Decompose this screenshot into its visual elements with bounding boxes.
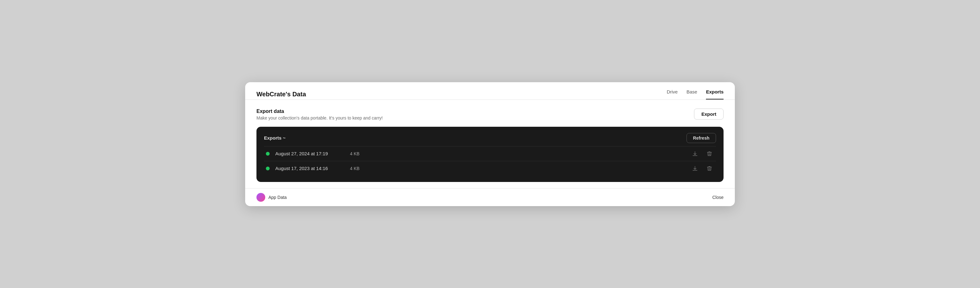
tab-base[interactable]: Base: [687, 89, 697, 99]
modal-title: WebCrate's Data: [256, 91, 306, 98]
footer: App Data Close: [245, 188, 735, 206]
download-button-1[interactable]: [690, 150, 700, 158]
export-row-1: August 27, 2024 at 17:19 4 KB: [264, 146, 716, 161]
export-date-2: August 17, 2023 at 14:16: [275, 165, 344, 171]
header: WebCrate's Data Drive Base Exports: [245, 82, 735, 100]
delete-button-1[interactable]: [705, 150, 714, 158]
export-date-1: August 27, 2024 at 17:19: [275, 151, 344, 156]
delete-button-2[interactable]: [705, 164, 714, 173]
export-size-1: 4 KB: [350, 151, 366, 156]
export-row-2: August 17, 2023 at 14:16 4 KB: [264, 161, 716, 176]
tab-bar: Drive Base Exports: [667, 89, 724, 99]
download-button-2[interactable]: [690, 164, 700, 173]
export-actions-1: [690, 150, 714, 158]
tab-exports[interactable]: Exports: [706, 89, 724, 99]
section-info: Export data Make your collection's data …: [256, 108, 383, 121]
footer-left: App Data: [256, 193, 286, 202]
section-subtitle: Make your collection's data portable. It…: [256, 115, 383, 121]
modal: WebCrate's Data Drive Base Exports Expor…: [245, 82, 735, 206]
status-dot-1: [266, 152, 270, 156]
exports-panel: Exports ~ Refresh August 27, 2024 at 17:…: [256, 127, 724, 182]
exports-panel-label: Exports ~: [264, 135, 286, 140]
avatar: [256, 193, 265, 202]
footer-app-label: App Data: [268, 195, 286, 200]
refresh-button[interactable]: Refresh: [687, 133, 716, 143]
status-dot-2: [266, 167, 270, 170]
tab-drive[interactable]: Drive: [667, 89, 678, 99]
export-button[interactable]: Export: [694, 108, 724, 119]
close-button[interactable]: Close: [712, 195, 724, 200]
body: Export data Make your collection's data …: [245, 100, 735, 188]
section-title: Export data: [256, 108, 383, 114]
export-actions-2: [690, 164, 714, 173]
export-size-2: 4 KB: [350, 166, 366, 171]
section-header: Export data Make your collection's data …: [256, 108, 724, 121]
exports-panel-header: Exports ~ Refresh: [264, 133, 716, 143]
